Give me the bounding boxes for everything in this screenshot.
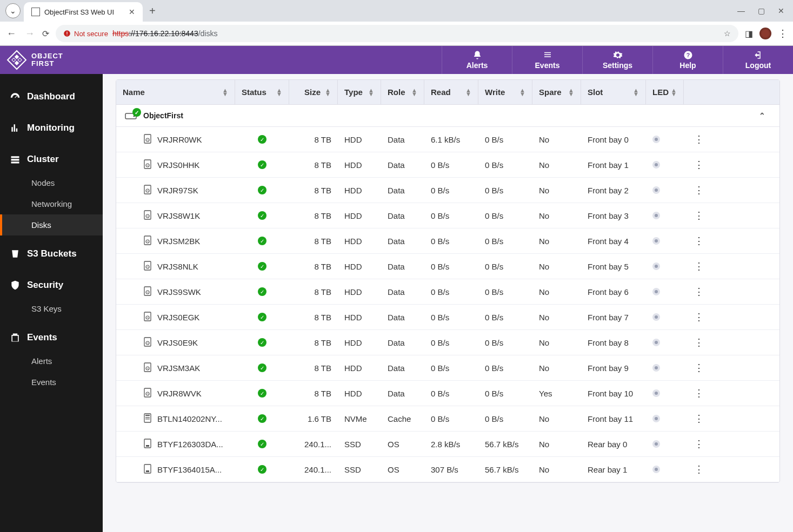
row-actions[interactable]: ⋮ [684,457,714,482]
window-maximize-icon[interactable]: ▢ [758,6,765,15]
address-bar[interactable]: Not secure https://176.16.22.10:8443/dis… [56,25,738,42]
sidebar-item-cluster[interactable]: Cluster [0,146,103,172]
sidebar-item-nodes[interactable]: Nodes [0,172,103,193]
cell-led[interactable] [646,381,684,406]
side-panel-icon[interactable]: ◨ [745,29,753,39]
sidebar-item-disks[interactable]: Disks [0,214,103,235]
new-tab-button[interactable]: + [149,5,156,17]
cell-write: 0 B/s [478,152,532,177]
sidebar-item-monitoring[interactable]: Monitoring [0,115,103,141]
sidebar-item-alerts[interactable]: Alerts [0,351,103,372]
table-row[interactable]: VRJS0E9K✓8 TBHDDData0 B/s0 B/sNoFront ba… [116,330,779,355]
cell-led[interactable] [646,279,684,304]
cell-led[interactable] [646,228,684,253]
svg-point-15 [147,190,148,191]
sidebar-item-dashboard[interactable]: Dashboard [0,84,103,110]
header-events-button[interactable]: Events [512,46,582,74]
sidebar-item-events-sub[interactable]: Events [0,372,103,393]
table-row[interactable]: BTYF126303DA...✓240.1...SSDOS2.8 kB/s56.… [116,432,779,457]
cell-led[interactable] [646,457,684,482]
row-actions[interactable]: ⋮ [684,152,714,177]
svg-rect-47 [146,470,149,472]
sidebar-item-security[interactable]: Security [0,272,103,298]
col-role[interactable]: Role▲▼ [381,80,424,104]
bookmark-star-icon[interactable]: ☆ [724,29,731,38]
col-size[interactable]: Size▲▼ [289,80,338,104]
row-actions[interactable]: ⋮ [684,432,714,456]
col-led[interactable]: LED▲▼ [646,80,684,104]
cell-led[interactable] [646,432,684,456]
led-indicator-icon [652,466,660,473]
row-actions[interactable]: ⋮ [684,381,714,406]
row-actions[interactable]: ⋮ [684,178,714,203]
table-row[interactable]: VRJS8W1K✓8 TBHDDData0 B/s0 B/sNoFront ba… [116,203,779,228]
tab-search-dropdown[interactable]: ⌄ [5,3,21,18]
cell-led[interactable] [646,203,684,228]
row-actions[interactable]: ⋮ [684,355,714,380]
not-secure-badge[interactable]: Not secure [63,30,108,38]
table-row[interactable]: VRJS0HHK✓8 TBHDDData0 B/s0 B/sNoFront ba… [116,152,779,178]
row-actions[interactable]: ⋮ [684,406,714,431]
window-minimize-icon[interactable]: — [737,6,745,15]
row-actions[interactable]: ⋮ [684,254,714,279]
col-slot[interactable]: Slot▲▼ [581,80,646,104]
browser-menu-icon[interactable]: ⋮ [778,28,788,39]
header-help-button[interactable]: ? Help [652,46,723,74]
cell-size: 8 TB [289,279,338,304]
svg-point-9 [147,139,148,140]
cell-led[interactable] [646,127,684,152]
window-close-icon[interactable]: ✕ [778,6,784,15]
sidebar-item-s3buckets[interactable]: S3 Buckets [0,241,103,267]
tab-close-icon[interactable]: ✕ [129,8,135,16]
cell-led[interactable] [646,355,684,380]
col-status[interactable]: Status▲▼ [235,80,289,104]
row-actions[interactable]: ⋮ [684,228,714,253]
table-row[interactable]: VRJR8WVK✓8 TBHDDData0 B/s0 B/sYesFront b… [116,381,779,406]
row-actions[interactable]: ⋮ [684,279,714,304]
status-ok-icon: ✓ [258,135,266,144]
cell-led[interactable] [646,254,684,279]
row-actions[interactable]: ⋮ [684,127,714,152]
col-spare[interactable]: Spare▲▼ [532,80,581,104]
col-write[interactable]: Write▲▼ [478,80,532,104]
header-alerts-button[interactable]: Alerts [442,46,512,74]
cell-slot: Front bay 10 [581,381,646,406]
col-read[interactable]: Read▲▼ [424,80,478,104]
brand-logo[interactable]: OBJECTFIRST [0,46,103,74]
cell-led[interactable] [646,330,684,355]
table-row[interactable]: BTLN140202NY...✓1.6 TBNVMeCache0 B/s0 B/… [116,406,779,432]
row-actions[interactable]: ⋮ [684,305,714,329]
table-row[interactable]: VRJSM3AK✓8 TBHDDData0 B/s0 B/sNoFront ba… [116,355,779,381]
header-logout-button[interactable]: Logout [723,46,793,74]
table-row[interactable]: VRJS8NLK✓8 TBHDDData0 B/s0 B/sNoFront ba… [116,254,779,279]
sidebar-item-s3keys[interactable]: S3 Keys [0,298,103,319]
forward-button[interactable]: → [24,28,36,39]
table-row[interactable]: BTYF1364015A...✓240.1...SSDOS307 B/s56.7… [116,457,779,482]
cell-spare: No [532,203,581,228]
header-settings-button[interactable]: Settings [582,46,652,74]
disk-icon [143,159,152,171]
sidebar-item-networking[interactable]: Networking [0,193,103,214]
table-row[interactable]: VRJS9SWK✓8 TBHDDData0 B/s0 B/sNoFront ba… [116,279,779,305]
col-type[interactable]: Type▲▼ [338,80,381,104]
profile-avatar[interactable] [759,28,771,39]
table-row[interactable]: VRJRR0WK✓8 TBHDDData6.1 kB/s0 B/sNoFront… [116,127,779,152]
col-name[interactable]: Name▲▼ [116,80,235,104]
cell-led[interactable] [646,406,684,431]
row-actions[interactable]: ⋮ [684,203,714,228]
cell-write: 0 B/s [478,330,532,355]
cell-led[interactable] [646,152,684,177]
cell-role: Data [381,279,424,304]
table-row[interactable]: VRJSM2BK✓8 TBHDDData0 B/s0 B/sNoFront ba… [116,228,779,254]
reload-button[interactable]: ⟳ [42,29,49,39]
browser-tab[interactable]: ObjectFirst S3 Web UI ✕ [24,2,143,22]
node-group-row[interactable]: ✓ ObjectFirst ⌃ [116,105,779,127]
back-button[interactable]: ← [5,28,17,39]
cell-led[interactable] [646,178,684,203]
table-row[interactable]: VRJS0EGK✓8 TBHDDData0 B/s0 B/sNoFront ba… [116,305,779,330]
svg-point-30 [147,317,148,318]
cell-led[interactable] [646,305,684,329]
row-actions[interactable]: ⋮ [684,330,714,355]
sidebar-item-events[interactable]: Events [0,325,103,351]
table-row[interactable]: VRJR97SK✓8 TBHDDData0 B/s0 B/sNoFront ba… [116,178,779,203]
